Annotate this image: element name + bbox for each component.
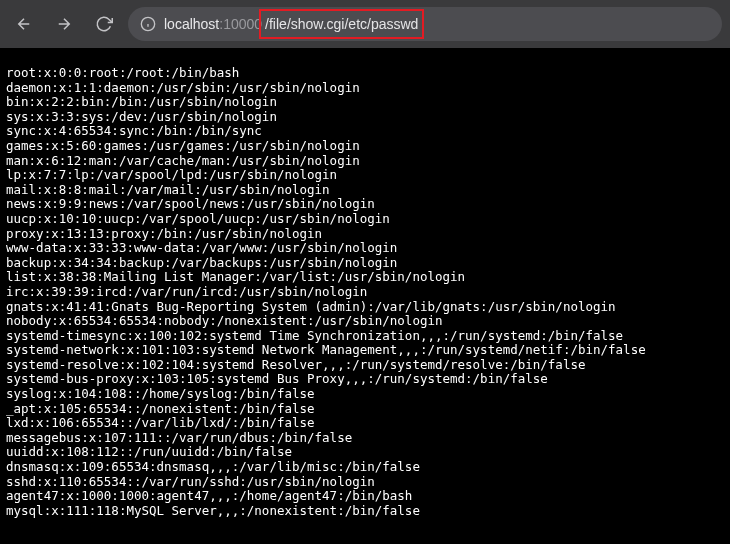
reload-button[interactable] xyxy=(88,8,120,40)
address-text: localhost:10000/file/show.cgi/etc/passwd xyxy=(164,16,421,32)
forward-button[interactable] xyxy=(48,8,80,40)
address-bar[interactable]: localhost:10000/file/show.cgi/etc/passwd xyxy=(128,7,722,41)
reload-icon xyxy=(95,15,113,33)
browser-toolbar: localhost:10000/file/show.cgi/etc/passwd xyxy=(0,0,730,48)
url-host: localhost xyxy=(164,16,219,32)
info-icon xyxy=(140,16,156,32)
url-path-highlighted: /file/show.cgi/etc/passwd xyxy=(262,12,421,36)
back-button[interactable] xyxy=(8,8,40,40)
arrow-right-icon xyxy=(55,15,73,33)
arrow-left-icon xyxy=(15,15,33,33)
url-port: :10000 xyxy=(219,16,262,32)
file-output: root:x:0:0:root:/root:/bin/bash daemon:x… xyxy=(0,48,730,524)
